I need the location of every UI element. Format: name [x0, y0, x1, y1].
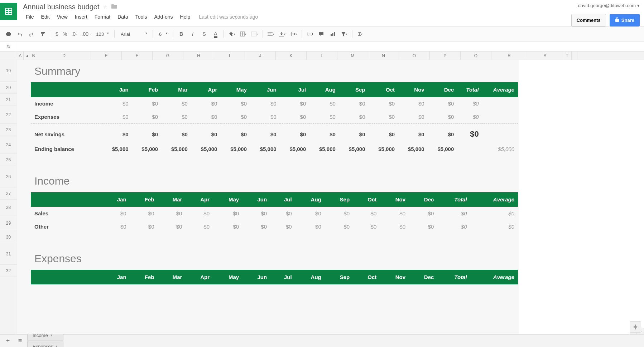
data-cell[interactable]: $0 — [250, 110, 280, 124]
data-cell[interactable]: $0 — [158, 220, 186, 233]
avg-cell[interactable] — [482, 97, 518, 110]
data-cell[interactable]: $0 — [353, 220, 380, 233]
functions-icon[interactable]: Σ ▾ — [355, 29, 365, 39]
row-header[interactable]: 27 — [0, 187, 17, 200]
data-cell[interactable]: $0 — [309, 97, 339, 110]
data-cell[interactable]: $0 — [221, 124, 250, 143]
comments-button[interactable]: Comments — [571, 14, 606, 26]
data-cell[interactable]: $0 — [428, 110, 458, 124]
data-cell[interactable]: $5,000 — [309, 142, 339, 156]
data-cell[interactable]: $5,000 — [339, 142, 369, 156]
data-cell[interactable]: $0 — [213, 207, 242, 220]
row-label[interactable]: Income — [31, 97, 102, 110]
data-cell[interactable]: $0 — [409, 220, 437, 233]
col-header[interactable]: P — [430, 52, 461, 60]
data-cell[interactable]: $5,000 — [132, 142, 162, 156]
strikethrough-button[interactable]: S — [199, 29, 209, 39]
data-cell[interactable]: $0 — [309, 110, 339, 124]
data-cell[interactable]: $0 — [132, 110, 162, 124]
data-cell[interactable]: $0 — [162, 124, 191, 143]
col-header[interactable]: J — [245, 52, 276, 60]
total-cell[interactable]: $0 — [437, 207, 470, 220]
data-cell[interactable]: $0 — [398, 97, 428, 110]
data-cell[interactable]: $0 — [162, 97, 191, 110]
avg-cell[interactable]: $0 — [471, 220, 518, 233]
data-cell[interactable]: $0 — [280, 97, 310, 110]
total-cell[interactable] — [457, 142, 482, 156]
row-header[interactable]: 25 — [0, 154, 17, 166]
data-cell[interactable]: $0 — [409, 207, 437, 220]
data-cell[interactable]: $0 — [280, 124, 310, 143]
total-cell[interactable]: $0 — [457, 110, 482, 124]
row-header[interactable]: 31 — [0, 243, 17, 265]
data-cell[interactable]: $0 — [191, 110, 221, 124]
row-header[interactable]: 22 — [0, 106, 17, 124]
col-header[interactable]: A — [17, 52, 24, 60]
data-cell[interactable]: $0 — [353, 207, 380, 220]
col-header[interactable]: I — [214, 52, 245, 60]
add-sheet-button[interactable]: + — [3, 336, 13, 346]
bold-button[interactable]: B — [176, 29, 186, 39]
col-header[interactable]: K — [276, 52, 307, 60]
data-cell[interactable]: $0 — [130, 220, 158, 233]
data-cell[interactable]: $0 — [102, 220, 130, 233]
data-cell[interactable]: $0 — [369, 124, 398, 143]
data-cell[interactable]: $0 — [132, 97, 162, 110]
data-cell[interactable]: $5,000 — [191, 142, 221, 156]
text-color-button[interactable]: A — [211, 29, 221, 39]
menu-insert[interactable]: Insert — [72, 13, 90, 21]
data-cell[interactable]: $0 — [398, 124, 428, 143]
data-cell[interactable]: $0 — [221, 97, 250, 110]
data-cell[interactable]: $0 — [162, 110, 191, 124]
row-header[interactable]: 21 — [0, 94, 17, 106]
data-cell[interactable]: $0 — [309, 124, 339, 143]
data-cell[interactable]: $0 — [221, 110, 250, 124]
sheets-logo[interactable] — [0, 3, 17, 20]
number-format-select[interactable]: 123 — [93, 30, 111, 39]
data-cell[interactable]: $0 — [102, 97, 132, 110]
menu-file[interactable]: File — [23, 13, 37, 21]
data-cell[interactable]: $5,000 — [280, 142, 310, 156]
data-cell[interactable]: $0 — [380, 207, 409, 220]
data-cell[interactable]: $0 — [325, 220, 353, 233]
data-cell[interactable]: $5,000 — [398, 142, 428, 156]
col-header[interactable]: R — [491, 52, 527, 60]
data-cell[interactable]: $0 — [242, 207, 270, 220]
insert-chart-icon[interactable] — [328, 29, 338, 39]
data-cell[interactable]: $5,000 — [221, 142, 250, 156]
menu-data[interactable]: Data — [115, 13, 131, 21]
row-label[interactable]: Sales — [31, 207, 102, 220]
col-header[interactable]: D — [37, 52, 91, 60]
col-header[interactable]: B — [30, 52, 37, 60]
menu-view[interactable]: View — [54, 13, 71, 21]
data-cell[interactable]: $5,000 — [428, 142, 458, 156]
total-cell[interactable]: $0 — [437, 220, 470, 233]
sheet-tab-expenses[interactable]: Expenses ▼ — [27, 341, 63, 347]
font-select[interactable]: Arial — [117, 30, 150, 39]
decrease-decimal-icon[interactable]: .0← — [70, 29, 80, 39]
avg-cell[interactable]: $5,000 — [482, 142, 518, 156]
filter-icon[interactable]: ▾ — [339, 29, 349, 39]
font-size-select[interactable]: 6 — [156, 30, 170, 39]
data-cell[interactable]: $0 — [270, 207, 295, 220]
col-header[interactable]: H — [183, 52, 214, 60]
data-cell[interactable]: $0 — [339, 110, 369, 124]
data-cell[interactable]: $0 — [339, 97, 369, 110]
col-header[interactable]: O — [399, 52, 430, 60]
data-cell[interactable]: $0 — [280, 110, 310, 124]
data-cell[interactable]: $0 — [270, 220, 295, 233]
row-header[interactable]: 23 — [0, 124, 17, 136]
col-header[interactable]: N — [368, 52, 399, 60]
borders-icon[interactable]: ▾ — [238, 29, 248, 39]
data-cell[interactable]: $0 — [250, 124, 280, 143]
italic-button[interactable]: I — [188, 29, 198, 39]
menu-help[interactable]: Help — [177, 13, 193, 21]
account-menu[interactable]: david.george@ditoweb.com ▾ — [578, 3, 640, 8]
currency-button[interactable]: $ — [54, 31, 60, 37]
data-cell[interactable]: $0 — [398, 110, 428, 124]
data-cell[interactable]: $0 — [186, 220, 213, 233]
v-align-icon[interactable]: ▾ — [277, 29, 287, 39]
data-cell[interactable]: $5,000 — [250, 142, 280, 156]
undo-icon[interactable] — [15, 29, 25, 39]
merge-cells-icon[interactable]: ▾ — [250, 29, 260, 39]
